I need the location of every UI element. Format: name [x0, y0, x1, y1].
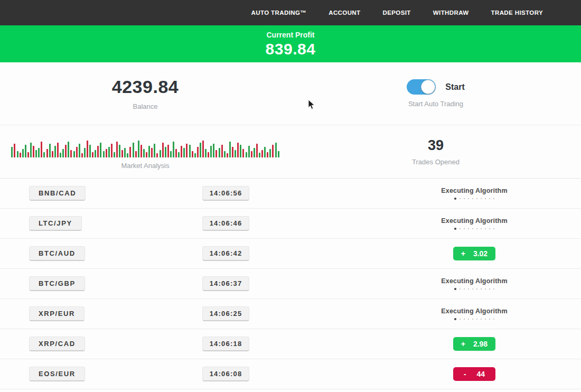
auto-trading-toggle[interactable]: [407, 79, 436, 95]
pair-chip[interactable]: LTC/JPY: [29, 216, 82, 231]
candle-bar: [17, 151, 18, 157]
progress-dot: [464, 319, 465, 320]
summary-section: 4239.84 Balance Start Start Auto Trading: [0, 62, 581, 125]
candle-bar: [202, 141, 204, 157]
candle-bar: [189, 145, 191, 157]
candle-bar: [186, 144, 188, 157]
result-value: 44: [476, 370, 485, 378]
nav-item-trade-history[interactable]: TRADE HISTORY: [491, 10, 543, 16]
candle-bar: [240, 145, 241, 157]
progress-dot: [468, 319, 469, 320]
nav-item-account[interactable]: ACCOUNT: [329, 10, 360, 16]
trade-time: 14:06:08: [202, 367, 250, 381]
progress-dot: [493, 228, 494, 229]
candle-bar: [156, 153, 158, 157]
nav-item-auto-trading[interactable]: AUTO TRADING™: [251, 10, 307, 16]
candle-bar: [215, 150, 217, 157]
trades-table: BNB/CAD14:06:56Executing AlgorithmLTC/JP…: [0, 179, 581, 389]
candle-bar: [135, 151, 137, 157]
progress-dot: [460, 319, 461, 320]
top-nav: AUTO TRADING™ACCOUNTDEPOSITWITHDRAWTRADE…: [0, 0, 581, 25]
table-row: BTC/GBP14:06:37Executing Algorithm: [0, 269, 581, 299]
candle-bar: [154, 144, 155, 157]
progress-dots: [441, 228, 508, 230]
status-executing: Executing Algorithm: [441, 217, 508, 230]
pair-chip[interactable]: EOS/EUR: [29, 367, 85, 381]
progress-dot: [489, 288, 490, 290]
candle-bar: [256, 144, 258, 157]
pair-chip[interactable]: XRP/EUR: [29, 306, 85, 321]
status-executing-label: Executing Algorithm: [441, 277, 508, 285]
trade-time: 14:06:46: [202, 216, 250, 231]
candle-bar: [35, 150, 37, 157]
progress-dot: [460, 288, 461, 290]
status-executing: Executing Algorithm: [441, 307, 508, 320]
status-executing: Executing Algorithm: [441, 277, 508, 290]
pair-chip[interactable]: BNB/CAD: [29, 186, 86, 201]
result-badge: +2.98: [453, 337, 495, 351]
candle-bar: [114, 152, 115, 157]
pair-chip[interactable]: XRP/CAD: [29, 337, 85, 351]
progress-dot: [493, 319, 494, 320]
profit-banner: Current Profit 839.84: [0, 25, 581, 62]
candle-bar: [27, 152, 29, 157]
candle-bar: [148, 146, 150, 157]
candle-bar: [242, 149, 244, 157]
candle-bar: [237, 143, 239, 157]
candle-bar: [97, 146, 99, 157]
candle-bar: [272, 145, 274, 157]
nav-item-withdraw[interactable]: WITHDRAW: [433, 10, 469, 16]
progress-dot: [489, 228, 490, 229]
progress-dot: [472, 228, 473, 229]
progress-dot: [468, 288, 469, 290]
candle-bar: [57, 143, 59, 157]
candle-bar: [170, 151, 172, 157]
candle-bar: [65, 145, 67, 157]
candle-bar: [89, 145, 91, 157]
result-sign: +: [461, 340, 465, 348]
candle-bar: [251, 151, 252, 157]
candle-bar: [41, 142, 42, 157]
candle-bar: [70, 150, 72, 157]
pair-chip[interactable]: BTC/GBP: [29, 276, 85, 291]
progress-dot: [464, 198, 465, 199]
market-analysis-chart: [11, 137, 279, 157]
trade-time: 14:06:25: [202, 306, 250, 321]
candle-bar: [14, 144, 15, 157]
candle-bar: [275, 143, 277, 157]
candle-bar: [11, 147, 13, 157]
candle-bar: [219, 148, 220, 157]
candle-bar: [278, 151, 279, 157]
candle-bar: [264, 147, 266, 157]
candle-bar: [25, 145, 26, 157]
result-sign: +: [461, 249, 465, 258]
candle-bar: [46, 149, 48, 157]
progress-dot: [481, 319, 482, 320]
candle-bar: [246, 152, 247, 157]
progress-dot: [454, 288, 456, 290]
candle-bar: [254, 148, 255, 157]
nav-item-deposit[interactable]: DEPOSIT: [383, 10, 411, 16]
candle-bar: [178, 152, 180, 157]
progress-dot: [476, 198, 477, 199]
candle-bar: [183, 148, 185, 157]
candle-bar: [38, 148, 40, 157]
trade-time: 14:06:37: [202, 276, 250, 291]
candle-bar: [181, 146, 182, 157]
progress-dot: [489, 198, 490, 199]
progress-dot: [485, 228, 486, 229]
profit-label: Current Profit: [0, 31, 581, 39]
candle-bar: [267, 152, 268, 157]
candle-bar: [68, 142, 69, 157]
candle-bar: [84, 148, 86, 157]
progress-dot: [472, 319, 473, 320]
pair-chip[interactable]: BTC/AUD: [29, 246, 85, 261]
candle-bar: [22, 149, 24, 157]
balance-block: 4239.84 Balance: [0, 62, 290, 125]
candle-bar: [119, 145, 120, 157]
progress-dot: [468, 198, 469, 199]
progress-dot: [489, 319, 490, 320]
progress-dot: [481, 228, 482, 229]
progress-dot: [476, 319, 477, 320]
result-badge: -44: [453, 367, 495, 381]
